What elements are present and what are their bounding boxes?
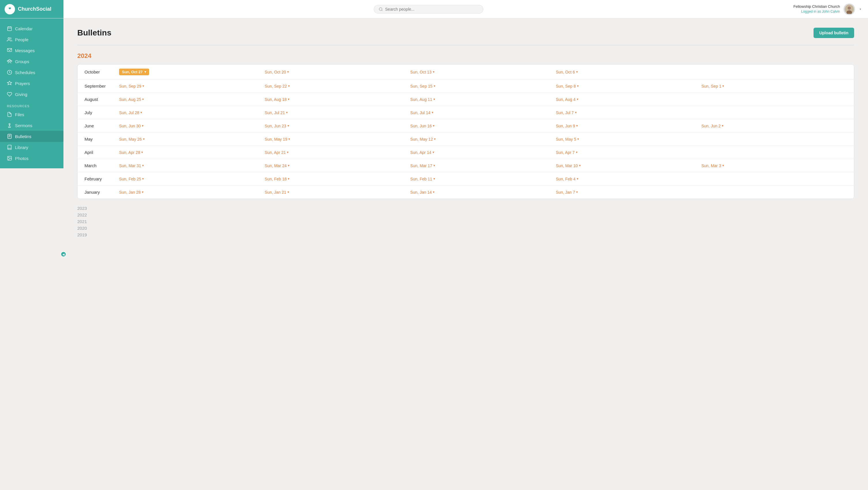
sidebar-item-groups[interactable]: Groups <box>0 56 63 67</box>
dropdown-arrow-icon: ▾ <box>288 177 289 181</box>
month-name: February <box>85 176 119 181</box>
svg-point-3 <box>847 6 851 9</box>
dropdown-arrow-icon: ▾ <box>434 137 436 141</box>
date-link[interactable]: Sun, Oct 20▾ <box>265 70 289 74</box>
svg-point-15 <box>9 123 10 125</box>
date-link[interactable]: Sun, Jun 16▾ <box>410 124 435 128</box>
date-link-text: Sun, Apr 28 <box>119 150 140 155</box>
date-link[interactable]: Sun, Mar 24▾ <box>265 163 289 168</box>
date-link[interactable]: Sun, Sep 8▾ <box>556 84 579 89</box>
date-link[interactable]: Sun, May 5▾ <box>556 137 579 141</box>
date-link[interactable]: Sun, Apr 7▾ <box>556 150 577 155</box>
date-link[interactable]: Sun, Aug 18▾ <box>265 97 289 102</box>
date-cell <box>701 190 847 195</box>
date-link[interactable]: Sun, Jul 7▾ <box>556 110 577 115</box>
date-link[interactable]: Sun, Oct 6▾ <box>556 70 578 74</box>
date-link[interactable]: Sun, Jan 7▾ <box>556 190 578 195</box>
date-link[interactable]: Sun, Sep 15▾ <box>410 84 435 89</box>
past-years: 20232022202120202019 <box>77 206 854 237</box>
chevron-down-icon[interactable]: ▾ <box>860 7 861 11</box>
sidebar-item-files[interactable]: Files <box>0 109 63 120</box>
date-cell: Sun, Jan 7▾ <box>556 190 701 195</box>
sidebar-item-people[interactable]: People <box>0 34 63 45</box>
date-link[interactable]: Sun, Feb 4▾ <box>556 177 579 181</box>
date-link[interactable]: Sun, Jun 9▾ <box>556 124 578 128</box>
date-link[interactable]: Sun, Feb 18▾ <box>265 177 289 181</box>
date-cell: Sun, Jun 30▾ <box>119 124 265 128</box>
dropdown-arrow-icon: ▾ <box>288 84 290 88</box>
dropdown-arrow-icon: ▾ <box>576 124 578 128</box>
user-text: Fellowship Christian Church Logged in as… <box>793 4 840 14</box>
dropdown-arrow-icon: ▾ <box>142 97 144 101</box>
past-year-link[interactable]: 2020 <box>77 226 854 231</box>
past-year-link[interactable]: 2021 <box>77 219 854 224</box>
date-link[interactable]: Sun, Jul 14▾ <box>410 110 433 115</box>
date-link[interactable]: Sun, Aug 25▾ <box>119 97 144 102</box>
date-link[interactable]: Sun, Sep 29▾ <box>119 84 144 89</box>
date-link[interactable]: Sun, Sep 22▾ <box>265 84 290 89</box>
date-link[interactable]: Sun, Mar 17▾ <box>410 163 435 168</box>
date-link[interactable]: Sun, Jun 30▾ <box>119 124 144 128</box>
sidebar-item-bulletins[interactable]: Bulletins <box>0 131 63 142</box>
sidebar-collapse-button[interactable]: ◀ <box>61 251 66 257</box>
date-badge-highlighted[interactable]: Sun, Oct 27▾ <box>119 69 149 75</box>
date-cell: Sun, Sep 15▾ <box>410 84 556 89</box>
date-link[interactable]: Sun, May 19▾ <box>265 137 290 141</box>
photos-label: Photos <box>15 156 29 161</box>
sidebar-item-photos[interactable]: Photos <box>0 153 63 164</box>
date-link[interactable]: Sun, Mar 3▾ <box>701 163 724 168</box>
date-link[interactable]: Sun, May 12▾ <box>410 137 436 141</box>
sidebar-item-calendar[interactable]: Calendar <box>0 23 63 34</box>
table-row: MaySun, May 26▾Sun, May 19▾Sun, May 12▾S… <box>78 133 854 146</box>
date-link[interactable]: Sun, Mar 10▾ <box>556 163 581 168</box>
date-link[interactable]: Sun, Apr 28▾ <box>119 150 143 155</box>
date-link[interactable]: Sun, Apr 14▾ <box>410 150 434 155</box>
dropdown-arrow-icon: ▾ <box>141 111 142 115</box>
date-link[interactable]: Sun, Oct 13▾ <box>410 70 435 74</box>
date-link[interactable]: Sun, Jan 21▾ <box>265 190 289 195</box>
sidebar-item-messages[interactable]: Messages <box>0 45 63 56</box>
date-link[interactable]: Sun, Apr 21▾ <box>265 150 289 155</box>
date-link[interactable]: Sun, Aug 11▾ <box>410 97 435 102</box>
date-link[interactable]: Sun, Jul 28▾ <box>119 110 142 115</box>
past-year-link[interactable]: 2019 <box>77 232 854 237</box>
date-link[interactable]: Sun, Feb 25▾ <box>119 177 144 181</box>
date-link[interactable]: Sun, Jul 21▾ <box>265 110 288 115</box>
photos-icon <box>7 156 12 161</box>
dropdown-arrow-icon: ▾ <box>288 137 290 141</box>
page-header: Bulletins Upload bulletin <box>77 28 854 38</box>
date-link[interactable]: Sun, Aug 4▾ <box>556 97 579 102</box>
search-input[interactable] <box>385 7 478 11</box>
sidebar-item-library[interactable]: Library <box>0 142 63 153</box>
date-cell: Sun, Sep 22▾ <box>265 84 410 89</box>
date-link-text: Sun, Mar 10 <box>556 163 578 168</box>
date-cell: Sun, Aug 4▾ <box>556 97 701 102</box>
sidebar-item-prayers[interactable]: Prayers <box>0 78 63 89</box>
date-cell: Sun, May 12▾ <box>410 137 556 141</box>
date-link[interactable]: Sun, Jun 2▾ <box>701 124 723 128</box>
past-year-link[interactable]: 2022 <box>77 213 854 217</box>
bulletins-label: Bulletins <box>15 134 31 139</box>
layout: Calendar People Messages Groups <box>0 19 868 490</box>
month-name: April <box>85 150 119 155</box>
date-link-text: Sun, Jun 2 <box>701 124 721 128</box>
date-link[interactable]: Sun, May 26▾ <box>119 137 145 141</box>
date-link[interactable]: Sun, Mar 31▾ <box>119 163 144 168</box>
date-link-text: Sun, Mar 3 <box>701 163 721 168</box>
date-cell <box>701 137 847 141</box>
messages-label: Messages <box>15 48 35 53</box>
date-cell: Sun, May 19▾ <box>265 137 410 141</box>
month-name: May <box>85 137 119 141</box>
date-link[interactable]: Sun, Feb 11▾ <box>410 177 435 181</box>
sidebar-item-schedules[interactable]: Schedules <box>0 67 63 78</box>
sidebar-item-giving[interactable]: Giving <box>0 89 63 100</box>
upload-bulletin-button[interactable]: Upload bulletin <box>813 28 854 38</box>
date-link[interactable]: Sun, Jun 23▾ <box>265 124 289 128</box>
past-year-link[interactable]: 2023 <box>77 206 854 211</box>
search-icon <box>379 7 383 11</box>
date-link[interactable]: Sun, Sep 1▾ <box>701 84 724 89</box>
groups-label: Groups <box>15 59 29 64</box>
sidebar-item-sermons[interactable]: Sermons <box>0 120 63 131</box>
date-link[interactable]: Sun, Jan 14▾ <box>410 190 435 195</box>
date-link[interactable]: Sun, Jan 28▾ <box>119 190 144 195</box>
